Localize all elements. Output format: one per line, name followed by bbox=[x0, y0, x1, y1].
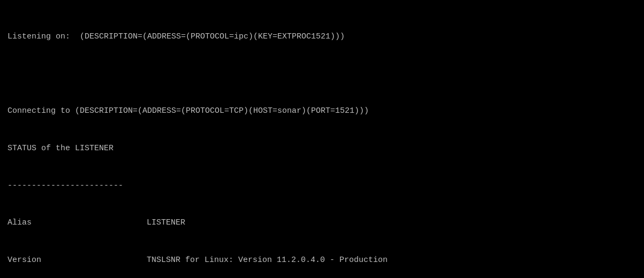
terminal-line-4: STATUS of the LISTENER bbox=[7, 142, 637, 155]
terminal-line-1: Listening on: (DESCRIPTION=(ADDRESS=(PRO… bbox=[7, 30, 637, 43]
terminal-line-2 bbox=[7, 67, 637, 80]
terminal-line-alias: AliasLISTENER bbox=[7, 217, 637, 229]
terminal-line-5: ------------------------ bbox=[7, 180, 637, 192]
version-label: Version bbox=[7, 254, 147, 266]
version-value: TNSLSNR for Linux: Version 11.2.0.4.0 - … bbox=[147, 256, 388, 265]
alias-value: LISTENER bbox=[147, 218, 185, 227]
terminal-output: Listening on: (DESCRIPTION=(ADDRESS=(PRO… bbox=[7, 5, 637, 278]
terminal-line-3: Connecting to (DESCRIPTION=(ADDRESS=(PRO… bbox=[7, 105, 637, 117]
alias-label: Alias bbox=[7, 217, 147, 229]
terminal-line-version: VersionTNSLSNR for Linux: Version 11.2.0… bbox=[7, 254, 637, 266]
